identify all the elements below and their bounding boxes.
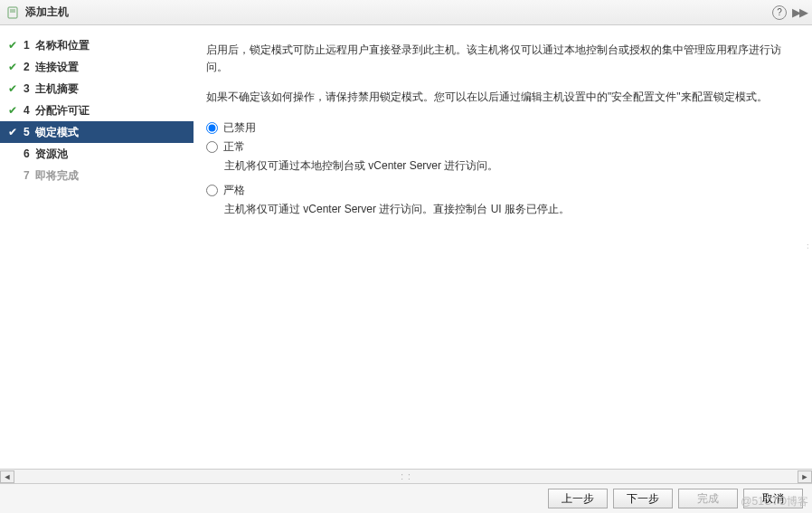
step-number: 5 bbox=[24, 126, 30, 138]
dialog-header: 添加主机 ? ▶▶ bbox=[0, 0, 812, 25]
intro-text-2: 如果不确定该如何操作，请保持禁用锁定模式。您可以在以后通过编辑主机设置中的"安全… bbox=[206, 89, 799, 106]
step-label: 资源池 bbox=[35, 147, 68, 162]
step-number: 1 bbox=[24, 39, 30, 52]
radio-normal[interactable] bbox=[206, 141, 218, 153]
check-icon: ✔ bbox=[5, 104, 20, 117]
check-icon: ✔ bbox=[5, 126, 20, 138]
step-number: 7 bbox=[24, 169, 30, 182]
content-panel: 启用后，锁定模式可防止远程用户直接登录到此主机。该主机将仅可以通过本地控制台或授… bbox=[194, 25, 812, 469]
check-icon: ✔ bbox=[5, 82, 20, 95]
radio-disabled[interactable] bbox=[206, 122, 218, 134]
cancel-button[interactable]: 取消 bbox=[743, 489, 803, 508]
expand-icon[interactable]: ▶▶ bbox=[792, 5, 807, 19]
scroll-track[interactable]: : : bbox=[14, 470, 798, 483]
step-name-location[interactable]: ✔ 1 名称和位置 bbox=[0, 34, 194, 56]
finish-button: 完成 bbox=[678, 489, 738, 508]
step-connection[interactable]: ✔ 2 连接设置 bbox=[0, 56, 194, 78]
radio-label: 正常 bbox=[223, 138, 245, 156]
radio-strict[interactable] bbox=[206, 185, 218, 196]
option-strict[interactable]: 严格 bbox=[206, 182, 799, 199]
step-number: 6 bbox=[24, 147, 30, 160]
next-button[interactable]: 下一步 bbox=[613, 489, 673, 508]
radio-label: 已禁用 bbox=[223, 119, 256, 137]
step-label: 锁定模式 bbox=[35, 125, 79, 140]
grip-icon: ·· bbox=[803, 243, 813, 251]
back-button[interactable]: 上一步 bbox=[548, 489, 608, 508]
step-summary[interactable]: ✔ 3 主机摘要 bbox=[0, 78, 194, 100]
wizard-sidebar: ✔ 1 名称和位置 ✔ 2 连接设置 ✔ 3 主机摘要 ✔ 4 分配许可证 ✔ … bbox=[0, 25, 194, 469]
step-label: 分配许可证 bbox=[35, 103, 90, 119]
option-normal[interactable]: 正常 bbox=[206, 138, 799, 156]
radio-label: 严格 bbox=[223, 182, 245, 199]
scroll-right-icon[interactable]: ► bbox=[798, 470, 812, 483]
step-label: 名称和位置 bbox=[35, 38, 90, 53]
step-label: 连接设置 bbox=[35, 60, 79, 75]
horizontal-scrollbar[interactable]: ◄ : : ► bbox=[0, 469, 812, 483]
option-normal-desc: 主机将仅可通过本地控制台或 vCenter Server 进行访问。 bbox=[224, 157, 799, 175]
step-label: 即将完成 bbox=[35, 168, 79, 184]
vertical-splitter[interactable]: ·· bbox=[803, 25, 812, 469]
svg-rect-0 bbox=[8, 7, 17, 18]
main-area: ✔ 1 名称和位置 ✔ 2 连接设置 ✔ 3 主机摘要 ✔ 4 分配许可证 ✔ … bbox=[0, 25, 812, 469]
step-license[interactable]: ✔ 4 分配许可证 bbox=[0, 100, 194, 121]
help-icon[interactable]: ? bbox=[772, 5, 787, 20]
step-number: 3 bbox=[24, 82, 30, 95]
scroll-left-icon[interactable]: ◄ bbox=[0, 470, 14, 483]
intro-text-1: 启用后，锁定模式可防止远程用户直接登录到此主机。该主机将仅可以通过本地控制台或授… bbox=[206, 42, 799, 76]
check-icon: ✔ bbox=[5, 39, 20, 52]
grip-icon: : : bbox=[401, 471, 411, 481]
step-number: 2 bbox=[24, 61, 30, 73]
step-number: 4 bbox=[24, 104, 30, 117]
option-strict-desc: 主机将仅可通过 vCenter Server 进行访问。直接控制台 UI 服务已… bbox=[224, 201, 799, 218]
step-ready: 7 即将完成 bbox=[0, 165, 194, 186]
check-icon: ✔ bbox=[5, 61, 20, 73]
step-lockdown[interactable]: ✔ 5 锁定模式 bbox=[0, 121, 194, 143]
option-disabled[interactable]: 已禁用 bbox=[206, 119, 799, 137]
step-resource-pool[interactable]: 6 资源池 bbox=[0, 143, 194, 165]
dialog-title: 添加主机 bbox=[25, 5, 772, 20]
host-icon bbox=[5, 5, 20, 20]
step-label: 主机摘要 bbox=[35, 81, 79, 97]
dialog-footer: 上一步 下一步 完成 取消 bbox=[0, 483, 812, 513]
